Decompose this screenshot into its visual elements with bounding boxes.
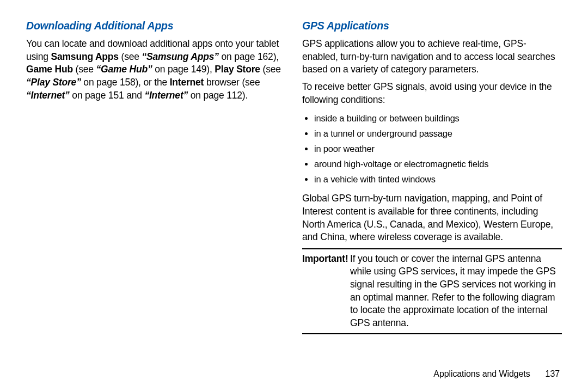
footer-page-number: 137 bbox=[546, 369, 560, 378]
footer-section: Applications and Widgets bbox=[433, 369, 530, 378]
list-item: inside a building or between buildings bbox=[314, 111, 562, 126]
text: on page 149), bbox=[152, 64, 215, 75]
text: on page 162), bbox=[219, 51, 279, 62]
list-item: around high-voltage or electromagnetic f… bbox=[314, 156, 562, 171]
ref-game-hub: “Game Hub” bbox=[96, 64, 152, 75]
note-body: If you touch or cover the internal GPS a… bbox=[350, 253, 562, 330]
manual-page: Downloading Additional Apps You can loca… bbox=[0, 0, 588, 392]
right-column: GPS Applications GPS applications allow … bbox=[302, 20, 562, 366]
gps-conditions-list: inside a building or between buildings i… bbox=[302, 111, 562, 187]
gps-paragraph-3: Global GPS turn-by-turn navigation, mapp… bbox=[302, 192, 562, 244]
bold-samsung-apps: Samsung Apps bbox=[51, 51, 119, 62]
heading-downloading-apps: Downloading Additional Apps bbox=[26, 20, 286, 32]
note-row: Important! If you touch or cover the int… bbox=[302, 253, 562, 330]
ref-samsung-apps: “Samsung Apps” bbox=[142, 51, 218, 62]
text: on page 158), or the bbox=[81, 77, 170, 88]
note-label: Important! bbox=[302, 253, 350, 330]
ref-play-store: “Play Store” bbox=[26, 77, 81, 88]
list-item: in a vehicle with tinted windows bbox=[314, 171, 562, 187]
text: on page 151 and bbox=[70, 90, 145, 101]
text: (see bbox=[260, 64, 281, 75]
gps-paragraph-2: To receive better GPS signals, avoid usi… bbox=[302, 81, 562, 106]
ref-internet-2: “Internet” bbox=[144, 90, 188, 101]
bold-game-hub: Game Hub bbox=[26, 64, 73, 75]
page-footer: Applications and Widgets137 bbox=[26, 366, 562, 381]
left-column: Downloading Additional Apps You can loca… bbox=[26, 20, 286, 366]
list-item: in poor weather bbox=[314, 141, 562, 156]
text: (see bbox=[73, 64, 96, 75]
bold-internet: Internet bbox=[170, 77, 204, 88]
text: on page 112). bbox=[188, 90, 248, 101]
list-item: in a tunnel or underground passage bbox=[314, 126, 562, 141]
heading-gps-applications: GPS Applications bbox=[302, 20, 562, 32]
bold-play-store: Play Store bbox=[215, 64, 260, 75]
important-note: Important! If you touch or cover the int… bbox=[302, 248, 562, 334]
text: (see bbox=[119, 51, 142, 62]
gps-paragraph-1: GPS applications allow you to achieve re… bbox=[302, 38, 562, 76]
two-column-layout: Downloading Additional Apps You can loca… bbox=[26, 20, 562, 366]
left-paragraph: You can locate and download additional a… bbox=[26, 38, 286, 102]
text: browser (see bbox=[204, 77, 260, 88]
ref-internet-1: “Internet” bbox=[26, 90, 70, 101]
